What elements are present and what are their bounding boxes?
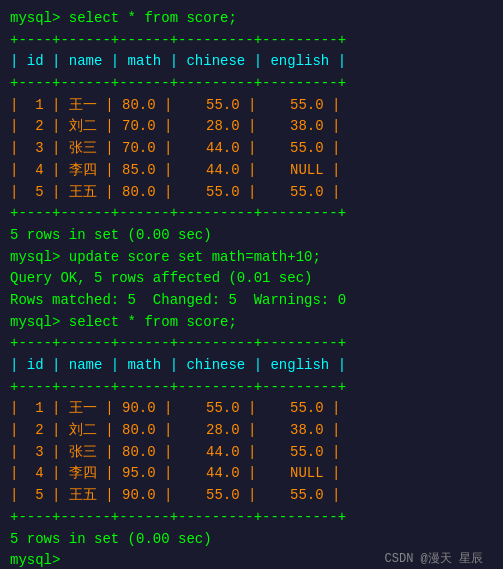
terminal-line: | id | name | math | chinese | english | bbox=[10, 355, 493, 377]
terminal-line: | 4 | 李四 | 85.0 | 44.0 | NULL | bbox=[10, 160, 493, 182]
terminal-line: +----+------+------+---------+---------+ bbox=[10, 30, 493, 52]
terminal-line: | 3 | 张三 | 70.0 | 44.0 | 55.0 | bbox=[10, 138, 493, 160]
terminal-line: | id | name | math | chinese | english | bbox=[10, 51, 493, 73]
terminal-line: | 5 | 王五 | 80.0 | 55.0 | 55.0 | bbox=[10, 182, 493, 204]
terminal-line: mysql> select * from score; bbox=[10, 312, 493, 334]
terminal-line: mysql> update score set math=math+10; bbox=[10, 247, 493, 269]
terminal-line: 5 rows in set (0.00 sec) bbox=[10, 225, 493, 247]
terminal-line: | 4 | 李四 | 95.0 | 44.0 | NULL | bbox=[10, 463, 493, 485]
terminal-line: Rows matched: 5 Changed: 5 Warnings: 0 bbox=[10, 290, 493, 312]
terminal-line: | 3 | 张三 | 80.0 | 44.0 | 55.0 | bbox=[10, 442, 493, 464]
terminal-line: +----+------+------+---------+---------+ bbox=[10, 507, 493, 529]
terminal-line: +----+------+------+---------+---------+ bbox=[10, 73, 493, 95]
terminal-line: +----+------+------+---------+---------+ bbox=[10, 203, 493, 225]
watermark: CSDN @漫天 星辰 bbox=[385, 550, 483, 567]
terminal-line: | 1 | 王一 | 80.0 | 55.0 | 55.0 | bbox=[10, 95, 493, 117]
terminal-line: | 2 | 刘二 | 70.0 | 28.0 | 38.0 | bbox=[10, 116, 493, 138]
terminal-line: | 5 | 王五 | 90.0 | 55.0 | 55.0 | bbox=[10, 485, 493, 507]
terminal: mysql> select * from score;+----+------+… bbox=[10, 8, 493, 569]
terminal-line: Query OK, 5 rows affected (0.01 sec) bbox=[10, 268, 493, 290]
terminal-line: +----+------+------+---------+---------+ bbox=[10, 377, 493, 399]
terminal-line: 5 rows in set (0.00 sec) bbox=[10, 529, 493, 551]
terminal-line: | 1 | 王一 | 90.0 | 55.0 | 55.0 | bbox=[10, 398, 493, 420]
terminal-line: +----+------+------+---------+---------+ bbox=[10, 333, 493, 355]
terminal-line: | 2 | 刘二 | 80.0 | 28.0 | 38.0 | bbox=[10, 420, 493, 442]
terminal-line: mysql> select * from score; bbox=[10, 8, 493, 30]
